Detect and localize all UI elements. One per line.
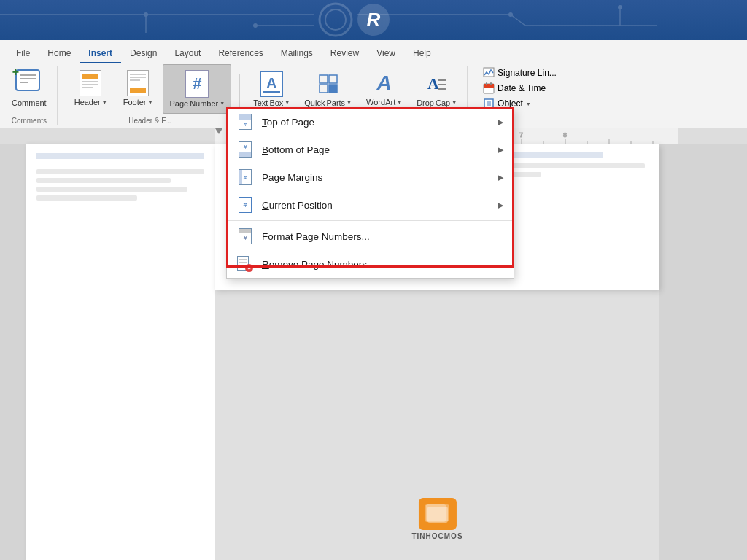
- svg-rect-13: [320, 75, 328, 83]
- svg-rect-16: [329, 85, 337, 93]
- comments-group-label: Comments: [6, 117, 53, 125]
- tab-mailings[interactable]: Mailings: [272, 44, 322, 63]
- doc-left-page: [26, 144, 215, 560]
- footer-icon: [127, 70, 149, 96]
- left-strip: [0, 144, 215, 560]
- bottom-of-page-arrow: ▶: [498, 145, 503, 155]
- svg-rect-27: [487, 101, 491, 106]
- dropdown-divider-1: [227, 220, 514, 221]
- ribbon-group-comments: + Comment Comments: [0, 66, 58, 125]
- tab-help[interactable]: Help: [404, 44, 440, 63]
- tab-layout[interactable]: Layout: [166, 44, 209, 63]
- tab-home[interactable]: Home: [39, 44, 80, 63]
- current-position-icon: #: [237, 197, 253, 213]
- right-strip: [659, 144, 747, 560]
- wordart-icon: A: [373, 70, 396, 96]
- top-of-page-arrow: ▶: [498, 117, 503, 127]
- remove-page-numbers-icon: ×: [237, 256, 253, 272]
- dropdown-item-remove-page-numbers[interactable]: × Remove Page Numbers: [227, 250, 514, 278]
- format-page-numbers-icon: #: [237, 228, 253, 244]
- date-time-button[interactable]: Date & Time: [479, 81, 561, 96]
- dropdown-item-bottom-of-page[interactable]: # Bottom of Page ▶: [227, 136, 514, 163]
- svg-rect-29: [0, 128, 215, 144]
- top-of-page-icon: #: [237, 114, 253, 130]
- dropdown-item-page-margins[interactable]: # Page Margins ▶: [227, 163, 514, 191]
- signature-line-button[interactable]: Signature Lin...: [479, 66, 561, 80]
- wordart-btn-label: WordArt ▼: [366, 98, 402, 107]
- text-box-icon: A: [260, 71, 283, 97]
- drop-cap-btn-label: Drop Cap ▼: [417, 98, 457, 107]
- ribbon-group-header-footer: Header ▼ Footer ▼ #: [64, 66, 237, 125]
- current-position-label: Current Position: [262, 200, 489, 211]
- svg-point-12: [618, 5, 622, 9]
- divider-1: [61, 74, 61, 117]
- dropdown-item-top-of-page[interactable]: # Top of Page ▶: [227, 108, 514, 136]
- svg-point-0: [320, 4, 352, 36]
- svg-rect-30: [678, 128, 747, 144]
- header-icon: [80, 70, 101, 96]
- app-logo: R: [357, 4, 390, 36]
- comment-btn-label: Comment: [12, 98, 47, 108]
- page-number-dropdown-menu: # Top of Page ▶ # Bottom of Page ▶ #: [226, 107, 514, 279]
- wordart-button[interactable]: A WordArt ▼: [360, 64, 408, 114]
- quick-parts-icon: [317, 71, 340, 97]
- svg-point-8: [253, 23, 258, 28]
- comment-icon: +: [15, 69, 43, 97]
- drop-cap-icon: A: [425, 71, 449, 97]
- header-button[interactable]: Header ▼: [69, 64, 113, 114]
- dropdown-item-format-page-numbers[interactable]: # Format Page Numbers...: [227, 222, 514, 250]
- tab-file[interactable]: File: [7, 44, 39, 63]
- dropdown-item-current-position[interactable]: # Current Position ▶: [227, 191, 514, 219]
- comment-button[interactable]: + Comment: [6, 64, 53, 114]
- svg-text:8: 8: [563, 131, 567, 139]
- watermark-text: TINHOCMOS: [411, 532, 462, 540]
- signature-line-label: Signature Lin...: [498, 68, 557, 78]
- top-of-page-label: Top of Page: [262, 117, 489, 128]
- footer-button[interactable]: Footer ▼: [117, 64, 159, 114]
- bottom-of-page-icon: #: [237, 141, 253, 158]
- text-box-button[interactable]: A Text Box ▼: [247, 64, 295, 114]
- quick-parts-btn-label: Quick Parts ▼: [304, 98, 352, 107]
- current-position-arrow: ▶: [498, 201, 503, 210]
- title-bar: R: [0, 0, 747, 40]
- svg-text:7: 7: [519, 131, 523, 139]
- svg-line-4: [511, 15, 525, 26]
- tab-review[interactable]: Review: [322, 44, 368, 63]
- text-box-btn-label: Text Box ▼: [253, 98, 290, 107]
- header-btn-label: Header ▼: [74, 98, 107, 107]
- page-number-icon: #: [185, 70, 209, 98]
- watermark-icon: [418, 498, 456, 530]
- svg-rect-23: [484, 84, 494, 88]
- footer-btn-label: Footer ▼: [123, 98, 153, 107]
- svg-rect-25: [490, 82, 492, 85]
- date-time-icon: [483, 82, 495, 94]
- tab-view[interactable]: View: [368, 44, 404, 63]
- tab-design[interactable]: Design: [121, 44, 166, 63]
- svg-text:A: A: [427, 74, 439, 93]
- page-margins-arrow: ▶: [498, 173, 503, 182]
- svg-rect-15: [320, 85, 328, 93]
- watermark: TINHOCMOS: [411, 498, 462, 540]
- format-page-numbers-label: Format Page Numbers...: [262, 231, 503, 242]
- date-time-label: Date & Time: [498, 83, 546, 93]
- svg-rect-14: [329, 75, 337, 83]
- bottom-of-page-label: Bottom of Page: [262, 144, 489, 155]
- page-number-button[interactable]: # Page Number ▼: [163, 64, 231, 114]
- page-number-btn-label: Page Number ▼: [169, 99, 225, 108]
- signature-line-icon: [483, 67, 495, 79]
- tab-insert[interactable]: Insert: [80, 44, 121, 63]
- drop-cap-button[interactable]: A Drop Cap ▼: [411, 64, 462, 114]
- quick-parts-button[interactable]: Quick Parts ▼: [298, 64, 357, 114]
- svg-point-1: [325, 9, 346, 30]
- page-margins-icon: #: [237, 169, 253, 185]
- tab-references[interactable]: References: [209, 44, 271, 63]
- remove-page-numbers-label: Remove Page Numbers: [262, 259, 503, 270]
- ribbon-tabs: File Home Insert Design Layout Reference…: [0, 40, 747, 63]
- svg-rect-24: [486, 82, 487, 85]
- page-margins-label: Page Margins: [262, 172, 489, 183]
- header-footer-group-label: Header & F...: [69, 117, 232, 125]
- svg-rect-62: [425, 504, 449, 521]
- svg-point-7: [508, 12, 513, 17]
